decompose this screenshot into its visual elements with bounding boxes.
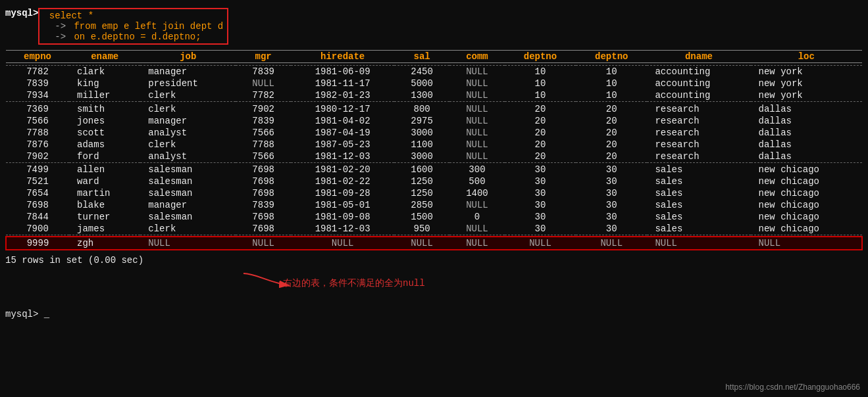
table-cell: 20 — [576, 139, 647, 151]
table-cell: manager — [140, 66, 236, 78]
table-row: 7900 james clerk 7698 1981-12-03 950 NUL… — [6, 223, 862, 235]
table-cell: manager — [140, 199, 236, 211]
table-cell: 7902 — [236, 103, 291, 115]
table-cell: 500 — [449, 175, 505, 187]
table-cell: 10 — [576, 66, 647, 78]
table-cell: 20 — [505, 139, 576, 151]
table-row: 7934 miller clerk 7782 1982-01-23 1300 N… — [6, 89, 862, 102]
table-cell: 5000 — [394, 78, 449, 89]
table-cell: 1100 — [394, 139, 449, 151]
table-cell: research — [647, 115, 750, 127]
table-cell: 1500 — [394, 211, 449, 223]
table-row: 7698 blake manager 7839 1981-05-01 2850 … — [6, 199, 862, 211]
table-cell: manager — [140, 115, 236, 127]
table-cell: new york — [751, 66, 862, 78]
annotation-area: 右边的表，条件不满足的全为null — [0, 267, 868, 306]
table-cell: 1600 — [394, 164, 449, 175]
table-cell: 3000 — [394, 127, 449, 139]
table-cell: NULL — [394, 237, 449, 250]
query-line-1: select * — [43, 11, 223, 21]
table-cell: NULL — [576, 237, 647, 250]
csdn-link: https://blog.csdn.net/Zhangguohao666 — [725, 383, 860, 392]
table-cell: 7844 — [6, 211, 69, 223]
table-cell: NULL — [449, 237, 505, 250]
table-cell: 1981-06-09 — [291, 66, 394, 78]
table-cell: NULL — [236, 237, 291, 250]
table-cell: dallas — [751, 151, 862, 163]
table-cell: 1981-02-22 — [291, 175, 394, 187]
table-cell: dallas — [751, 103, 862, 115]
table-cell: 10 — [576, 89, 647, 102]
col-header-ename: ename — [69, 51, 140, 63]
col-header-hiredate: hiredate — [291, 51, 394, 63]
table-cell: scott — [69, 127, 140, 139]
result-table-section: empno ename job mgr hiredate sal comm de… — [0, 50, 868, 251]
table-cell: 1981-09-08 — [291, 211, 394, 223]
table-cell: 7654 — [6, 187, 69, 199]
col-header-empno: empno — [6, 51, 69, 63]
table-cell: 7698 — [236, 175, 291, 187]
table-cell: 30 — [505, 211, 576, 223]
table-cell: clerk — [140, 139, 236, 151]
footer-prompt: mysql> _ — [0, 306, 868, 322]
table-cell: new chicago — [751, 187, 862, 199]
table-cell: king — [69, 78, 140, 89]
table-cell: jones — [69, 115, 140, 127]
col-header-comm: comm — [449, 51, 505, 63]
table-cell: 7839 — [236, 66, 291, 78]
table-cell: 300 — [449, 164, 505, 175]
table-cell: blake — [69, 199, 140, 211]
table-cell: sales — [647, 187, 750, 199]
table-cell: 7839 — [236, 115, 291, 127]
table-cell: 1250 — [394, 187, 449, 199]
table-cell: sales — [647, 211, 750, 223]
table-cell: 1982-01-23 — [291, 89, 394, 102]
table-cell: 20 — [576, 151, 647, 163]
table-cell: 30 — [576, 223, 647, 235]
table-cell: salesman — [140, 187, 236, 199]
table-cell: 30 — [576, 199, 647, 211]
table-cell: analyst — [140, 151, 236, 163]
table-cell: adams — [69, 139, 140, 151]
table-cell: 1300 — [394, 89, 449, 102]
table-cell: 7900 — [6, 223, 69, 235]
table-cell: NULL — [449, 103, 505, 115]
table-cell: miller — [69, 89, 140, 102]
table-row: 7499 allen salesman 7698 1981-02-20 1600… — [6, 164, 862, 175]
table-cell: sales — [647, 199, 750, 211]
table-cell: NULL — [236, 78, 291, 89]
table-cell: clark — [69, 66, 140, 78]
table-cell: NULL — [449, 78, 505, 89]
table-cell: president — [140, 78, 236, 89]
table-cell: 1250 — [394, 175, 449, 187]
table-cell: 1981-12-03 — [291, 151, 394, 163]
table-cell: 20 — [505, 115, 576, 127]
table-cell: 10 — [576, 78, 647, 89]
table-cell: 7902 — [6, 151, 69, 163]
table-cell: 950 — [394, 223, 449, 235]
table-cell: accounting — [647, 66, 750, 78]
table-cell: NULL — [449, 89, 505, 102]
table-cell: 10 — [505, 78, 576, 89]
table-cell: NULL — [140, 237, 236, 250]
table-cell: research — [647, 151, 750, 163]
table-cell: 9999 — [6, 237, 69, 250]
table-cell: analyst — [140, 127, 236, 139]
table-cell: NULL — [449, 223, 505, 235]
table-row: 7788 scott analyst 7566 1987-04-19 3000 … — [6, 127, 862, 139]
table-cell: research — [647, 103, 750, 115]
table-cell: ford — [69, 151, 140, 163]
table-cell: turner — [69, 211, 140, 223]
table-cell: dallas — [751, 127, 862, 139]
table-cell: 20 — [576, 115, 647, 127]
table-cell: 7698 — [236, 187, 291, 199]
table-cell: 7876 — [6, 139, 69, 151]
annotation-text: 右边的表，条件不满足的全为null — [283, 277, 425, 289]
table-row: 7654 martin salesman 7698 1981-09-28 125… — [6, 187, 862, 199]
table-cell: 1981-12-03 — [291, 223, 394, 235]
table-cell: 10 — [505, 89, 576, 102]
table-row: 7839 king president NULL 1981-11-17 5000… — [6, 78, 862, 89]
table-cell: clerk — [140, 89, 236, 102]
query-box: select * -> from emp e left join dept d … — [38, 8, 228, 45]
table-cell: dallas — [751, 115, 862, 127]
